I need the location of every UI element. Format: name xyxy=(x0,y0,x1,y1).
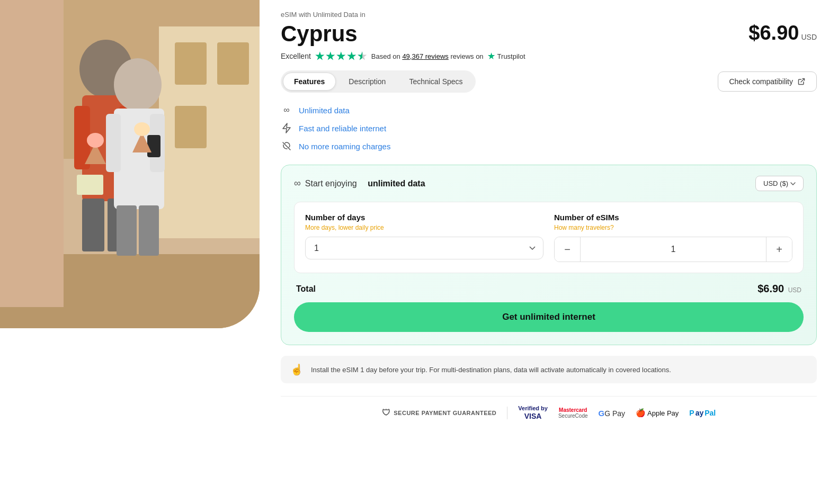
tab-description[interactable]: Description xyxy=(338,73,396,91)
pricing-card: ∞ Start enjoying unlimited data USD ($) … xyxy=(281,165,817,345)
secure-payment-label: SECURE PAYMENT GUARANTEED xyxy=(394,410,496,416)
bolt-icon xyxy=(281,122,292,134)
gpay-badge: GG Pay xyxy=(599,409,626,418)
no-roaming-icon xyxy=(281,140,292,152)
tab-features[interactable]: Features xyxy=(283,73,336,91)
svg-rect-25 xyxy=(77,175,103,195)
svg-point-22 xyxy=(87,133,104,148)
svg-rect-12 xyxy=(82,199,104,251)
feature-text-1: Unlimited data xyxy=(299,106,350,115)
rating-reviews-text: Based on 49,367 reviews reviews on xyxy=(371,52,484,60)
applepay-badge: 🍎 Apple Pay xyxy=(636,408,679,418)
days-label: Number of days xyxy=(305,213,543,222)
feature-unlimited-data: ∞ Unlimited data xyxy=(281,104,817,116)
total-row: Total $6.90 USD xyxy=(294,283,804,295)
check-compat-label: Check compatibility xyxy=(729,77,793,86)
secure-payment-badge: 🛡 SECURE PAYMENT GUARANTEED xyxy=(382,408,497,418)
svg-rect-3 xyxy=(175,42,207,85)
esims-stepper: − 1 + xyxy=(554,237,792,262)
visa-verified-badge: Verified by VISA xyxy=(518,405,548,421)
feature-text-2: Fast and reliable internet xyxy=(299,124,386,133)
star-2 xyxy=(326,51,335,61)
trustpilot-icon xyxy=(488,52,495,60)
svg-rect-18 xyxy=(117,205,137,256)
esims-label: Number of eSIMs xyxy=(554,213,792,222)
price-block: $6.90 USD xyxy=(748,22,817,44)
star-5-half xyxy=(358,51,367,61)
feature-fast-internet: Fast and reliable internet xyxy=(281,122,817,134)
star-1 xyxy=(315,51,325,61)
esims-control-group: Number of eSIMs How many travelers? − 1 … xyxy=(554,213,792,262)
esims-decrement-button[interactable]: − xyxy=(555,237,580,262)
total-price-block: $6.90 USD xyxy=(757,283,801,295)
days-control-group: Number of days More days, lower daily pr… xyxy=(305,213,543,262)
rating-label: Excellent xyxy=(281,52,311,60)
features-list: ∞ Unlimited data Fast and reliable inter… xyxy=(281,104,817,152)
tabs-row: Features Description Technical Specs Che… xyxy=(281,70,817,93)
review-count-link[interactable]: 49,367 reviews xyxy=(402,52,448,60)
hero-illustration xyxy=(0,0,260,328)
svg-rect-20 xyxy=(147,135,161,157)
esims-sublabel: How many travelers? xyxy=(554,224,792,231)
visa-verified-line2: VISA xyxy=(524,412,542,421)
shield-icon: 🛡 xyxy=(382,408,391,418)
info-notice: ☝️ Install the eSIM 1 day before your tr… xyxy=(281,356,817,383)
chevron-down-icon xyxy=(790,182,796,185)
product-header: Cyprus $6.90 USD xyxy=(281,22,817,46)
paypal-icon: P xyxy=(689,409,694,417)
total-price: $6.90 xyxy=(757,283,784,294)
feature-no-roaming: No more roaming charges xyxy=(281,140,817,152)
external-link-icon xyxy=(797,77,806,86)
star-rating xyxy=(315,51,367,61)
card-infinity-icon: ∞ xyxy=(294,178,301,189)
svg-rect-4 xyxy=(217,42,249,85)
get-unlimited-internet-button[interactable]: Get unlimited internet xyxy=(294,302,804,332)
pricing-card-header: ∞ Start enjoying unlimited data USD ($) xyxy=(294,176,804,191)
controls-grid: Number of days More days, lower daily pr… xyxy=(294,202,804,273)
days-select[interactable]: 1 3 7 14 30 xyxy=(305,237,543,259)
mastercard-badge: Mastercard SecureCode xyxy=(558,407,588,419)
infinity-icon: ∞ xyxy=(281,104,292,116)
svg-rect-16 xyxy=(106,114,121,172)
info-notice-text: Install the eSIM 1 day before your trip.… xyxy=(311,366,671,374)
hero-image-panel xyxy=(0,0,260,504)
payment-row: 🛡 SECURE PAYMENT GUARANTEED Verified by … xyxy=(281,396,817,429)
hand-swipe-icon: ☝️ xyxy=(290,363,304,376)
svg-point-14 xyxy=(114,58,162,111)
check-compatibility-button[interactable]: Check compatibility xyxy=(718,71,817,92)
esims-increment-button[interactable]: + xyxy=(766,237,792,262)
unlimited-label: ∞ Start enjoying unlimited data xyxy=(294,178,425,189)
paypal-badge: PayPal xyxy=(689,409,716,417)
svg-rect-5 xyxy=(175,106,207,148)
star-4 xyxy=(347,51,356,61)
esims-value: 1 xyxy=(580,237,766,262)
product-title: Cyprus xyxy=(281,22,358,46)
mastercard-line1: Mastercard xyxy=(559,407,587,413)
visa-verified-line1: Verified by xyxy=(518,405,548,412)
tab-group: Features Description Technical Specs xyxy=(281,70,476,93)
breadcrumb: eSIM with Unlimited Data in xyxy=(281,11,817,19)
content-panel: eSIM with Unlimited Data in Cyprus $6.90… xyxy=(260,0,838,504)
trustpilot-badge: Trustpilot xyxy=(488,52,525,60)
price-value: $6.90 xyxy=(748,22,799,44)
divider-1 xyxy=(507,407,507,419)
currency-selector[interactable]: USD ($) xyxy=(755,176,804,191)
star-3 xyxy=(336,51,346,61)
mastercard-line2: SecureCode xyxy=(558,413,588,419)
feature-text-3: No more roaming charges xyxy=(299,142,390,151)
svg-rect-7 xyxy=(0,0,64,307)
price-currency: USD xyxy=(801,33,817,41)
svg-rect-19 xyxy=(139,205,159,256)
tab-technical-specs[interactable]: Technical Specs xyxy=(398,73,473,91)
rating-row: Excellent Based on 49,367 reviews review… xyxy=(281,51,817,61)
total-currency: USD xyxy=(788,286,801,294)
days-sublabel: More days, lower daily price xyxy=(305,224,543,231)
svg-point-24 xyxy=(134,122,150,136)
total-label: Total xyxy=(296,284,316,294)
